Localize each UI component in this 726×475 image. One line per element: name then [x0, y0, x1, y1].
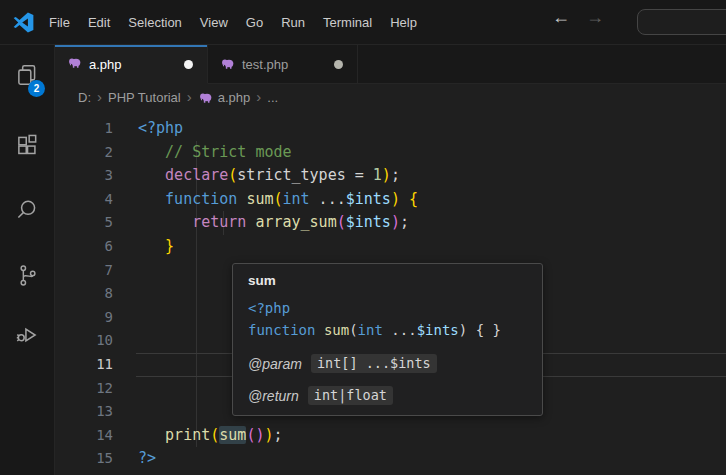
line-number: 8 [55, 282, 113, 306]
code-line-6: 6 } [55, 235, 726, 259]
php-elephant-icon [198, 90, 218, 105]
hover-symbol-name: sum [248, 273, 527, 288]
code-token: ... [310, 190, 346, 208]
code-token: array_sum [255, 213, 336, 231]
code-token: function [248, 322, 315, 338]
code-token: ) [382, 166, 391, 184]
code-content[interactable]: <?php [138, 117, 183, 141]
code-token: $ints [346, 213, 391, 231]
code-token: print [165, 426, 210, 444]
activity-bar-item-search[interactable] [0, 190, 54, 234]
code-token: ; [400, 213, 409, 231]
code-token [138, 426, 165, 444]
hover-code-line: <?php [248, 297, 527, 319]
modified-dot[interactable] [184, 60, 193, 69]
code-token: 1 [373, 166, 382, 184]
menu-item-view[interactable]: View [191, 10, 237, 35]
activity-bar-item-extensions[interactable] [0, 125, 54, 169]
code-token: function [165, 190, 237, 208]
line-number: 12 [55, 377, 113, 401]
code-line-1: 1<?php [55, 117, 726, 141]
tab-a.php[interactable]: a.php [55, 45, 208, 84]
code-content[interactable]: function sum(int ...$ints) { [138, 188, 418, 212]
breadcrumb-item[interactable]: PHP Tutorial [108, 90, 181, 105]
line-number: 15 [55, 447, 113, 471]
line-number: 7 [55, 259, 113, 283]
nav-forward-button[interactable]: → [586, 7, 604, 28]
menu-item-run[interactable]: Run [272, 10, 314, 35]
code-token: ( [273, 190, 282, 208]
menu-item-go[interactable]: Go [237, 10, 272, 35]
doc-tag-label: @return [248, 388, 299, 404]
code-token: = [346, 166, 373, 184]
menu-item-help[interactable]: Help [381, 10, 426, 35]
code-line-15: 15?> [55, 447, 726, 471]
code-token: ?> [138, 449, 156, 467]
hover-signature-code: <?phpfunction sum(int ...$ints) { } [248, 297, 527, 341]
breadcrumb-label: PHP Tutorial [108, 90, 181, 105]
breadcrumb-item[interactable]: D: [78, 90, 91, 105]
code-token: strict_types [237, 166, 345, 184]
chevron-right-icon: › [187, 88, 192, 105]
breadcrumb-label: a.php [218, 90, 251, 105]
tab-label: a.php [89, 57, 122, 72]
menu-item-edit[interactable]: Edit [79, 10, 119, 35]
code-token: <?php [138, 119, 183, 137]
tab-label: test.php [242, 57, 288, 72]
line-number: 1 [55, 117, 113, 141]
code-token [138, 143, 165, 161]
source-control-icon [15, 263, 40, 292]
nav-back-button[interactable]: ← [552, 7, 570, 28]
code-content[interactable]: // Strict mode [138, 141, 292, 165]
code-content[interactable]: print(sum()); [138, 424, 283, 448]
menu-item-terminal[interactable]: Terminal [314, 10, 381, 35]
code-content[interactable]: declare(strict_types = 1); [138, 164, 400, 188]
tab-test.php[interactable]: test.php [208, 45, 358, 84]
chevron-right-icon: › [97, 88, 102, 105]
command-center-search[interactable] [637, 9, 726, 35]
code-token: sum [219, 426, 246, 444]
code-token: ( [210, 426, 219, 444]
code-content[interactable]: return array_sum($ints); [138, 211, 409, 235]
code-token: ( [228, 166, 237, 184]
line-number: 13 [55, 400, 113, 424]
code-token: ; [273, 426, 282, 444]
explorer-badge-count: 2 [28, 80, 45, 97]
hover-tooltip: sum <?phpfunction sum(int ...$ints) { } … [232, 263, 543, 416]
code-token: ; [391, 166, 400, 184]
code-token: <?php [248, 300, 290, 316]
code-line-4: 4 function sum(int ...$ints) { [55, 188, 726, 212]
line-number: 4 [55, 188, 113, 212]
code-token: { [409, 190, 418, 208]
line-number: 9 [55, 306, 113, 330]
vscode-logo-icon [13, 12, 34, 33]
breadcrumb-label: D: [78, 90, 91, 105]
search-icon [14, 197, 40, 227]
code-token [400, 190, 409, 208]
php-elephant-icon [67, 55, 82, 73]
code-token [138, 237, 165, 255]
line-number: 2 [55, 141, 113, 165]
code-token: ( [349, 322, 357, 338]
activity-bar-item-run-debug[interactable] [0, 315, 54, 359]
line-number: 10 [55, 329, 113, 353]
line-number: 14 [55, 424, 113, 448]
extensions-icon [14, 132, 40, 162]
activity-bar-item-explorer[interactable]: 2 [0, 55, 54, 99]
code-line-14: 14 print(sum()); [55, 424, 726, 448]
title-bar: FileEditSelectionViewGoRunTerminalHelp ←… [0, 0, 726, 45]
code-token [138, 166, 165, 184]
code-token [315, 322, 323, 338]
code-token: declare [165, 166, 228, 184]
code-content[interactable]: ?> [138, 447, 156, 471]
menu-item-file[interactable]: File [40, 10, 79, 35]
menu-item-selection[interactable]: Selection [119, 10, 190, 35]
code-content[interactable]: } [138, 235, 174, 259]
modified-dot[interactable] [334, 60, 343, 69]
breadcrumb-item[interactable]: ... [267, 90, 278, 105]
code-token: sum [324, 322, 349, 338]
activity-bar-item-source-control[interactable] [0, 255, 54, 299]
breadcrumb-item[interactable]: a.php [198, 90, 251, 105]
line-number: 6 [55, 235, 113, 259]
code-token: { } [467, 322, 501, 338]
